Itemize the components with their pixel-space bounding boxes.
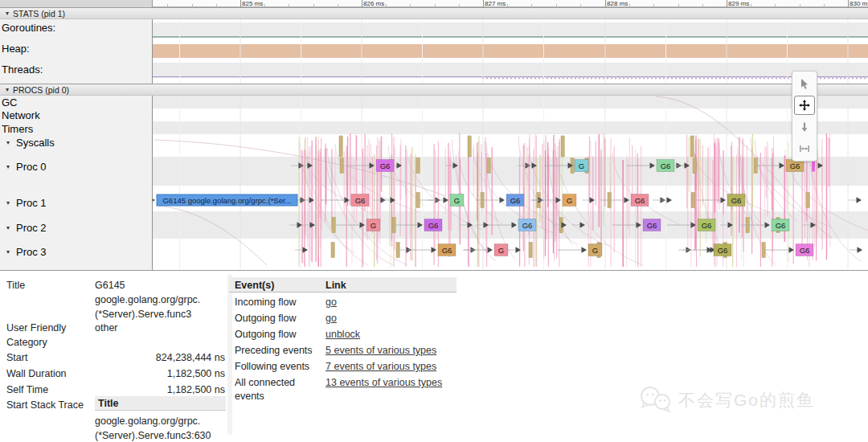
- collapse-triangle-icon[interactable]: ▾: [6, 249, 10, 256]
- event-link-cell: go: [326, 312, 337, 325]
- detail-field-value: 1,182,500 ns: [95, 366, 225, 381]
- collapse-triangle-icon[interactable]: ▾: [6, 140, 10, 146]
- panel-scrollbar[interactable]: [227, 274, 232, 435]
- svg-text:G6: G6: [380, 162, 391, 170]
- ruler-major-tick: [483, 0, 484, 7]
- track-row-network: Network: [2, 109, 40, 121]
- stack-trace-value: google.golang.org/grpc. (*Server).Serve.…: [95, 414, 225, 442]
- event-link-cell: 13 events of various types: [326, 376, 442, 390]
- flow-arrow-icon: [488, 247, 493, 253]
- flow-arrow-icon: [303, 247, 309, 253]
- svg-text:G6: G6: [731, 196, 742, 205]
- collapse-triangle-icon[interactable]: ▾: [6, 225, 10, 231]
- track-row-proc3[interactable]: ▾Proc 3: [6, 246, 47, 258]
- svg-text:G6: G6: [702, 221, 712, 230]
- event-link[interactable]: unblock: [326, 329, 360, 340]
- procs-section-header[interactable]: ▾ PROCS (pid 0): [0, 84, 868, 96]
- zoom-tool-button[interactable]: [794, 117, 815, 137]
- track-row-gc: GC: [2, 96, 18, 108]
- svg-text:G6: G6: [661, 162, 671, 170]
- track-row-timers: Timers: [2, 123, 33, 135]
- svg-text:G: G: [371, 221, 376, 230]
- track-row-label: Proc 0: [16, 161, 47, 173]
- pan-icon: [799, 100, 810, 111]
- collapse-triangle-icon[interactable]: ▾: [6, 87, 9, 93]
- stat-row-label: Threads:: [2, 63, 43, 76]
- ruler-label: 827 ms: [485, 0, 506, 7]
- track-row-proc2[interactable]: ▾Proc 2: [6, 222, 47, 234]
- ruler-corner: [0, 0, 153, 7]
- event-type-cell: Incoming flow: [235, 296, 320, 309]
- event-link-cell: go: [326, 296, 337, 309]
- wechat-chat-bubbles-icon: [639, 386, 673, 415]
- svg-text:G: G: [579, 162, 584, 170]
- detail-field-label: Wall Duration: [6, 366, 67, 381]
- svg-text:G: G: [592, 246, 598, 255]
- procs-label-column: GCNetworkTimers▾Syscalls▾Proc 0▾Proc 1▾P…: [0, 96, 153, 270]
- track-row-proc1[interactable]: ▾Proc 1: [6, 197, 47, 209]
- detail-field-value: 1,182,500 ns: [95, 383, 225, 397]
- flow-arrow-icon: [345, 197, 350, 203]
- track-row-label: Proc 3: [16, 246, 47, 258]
- detail-field-label: Title: [6, 278, 25, 293]
- stat-row-label: Goroutines:: [2, 22, 55, 34]
- stack-trace-label: Start Stack Trace: [6, 398, 84, 412]
- ruler-label: 825 ms: [242, 0, 263, 7]
- flow-arrow-icon: [153, 197, 155, 203]
- track-row-syscalls[interactable]: ▾Syscalls: [6, 137, 55, 149]
- flow-arrow-icon: [582, 247, 588, 253]
- events-column-header: Event(s): [235, 279, 320, 293]
- svg-text:G: G: [498, 246, 504, 255]
- detail-field-label: User Friendly Category: [6, 321, 66, 350]
- timing-range-icon: [799, 143, 810, 154]
- detail-field-value: 824,238,444 ns: [95, 350, 225, 365]
- track-row-label: Network: [2, 109, 40, 121]
- svg-text:G6: G6: [647, 221, 657, 230]
- event-type-cell: All connected events: [235, 376, 320, 403]
- event-link[interactable]: go: [326, 313, 337, 324]
- collapse-triangle-icon[interactable]: ▾: [6, 200, 10, 207]
- selection-details-panel: TitleG6145 google.golang.org/grpc. (*Ser…: [0, 270, 868, 442]
- selection-tool-button[interactable]: [794, 74, 815, 93]
- event-link[interactable]: go: [326, 297, 337, 308]
- event-link[interactable]: 5 events of various types: [326, 345, 436, 356]
- event-type-cell: Outgoing flow: [235, 328, 320, 342]
- svg-text:G: G: [454, 196, 460, 205]
- ruler-label: 826 ms: [363, 0, 384, 7]
- goroutines-counter-line: [153, 36, 868, 38]
- stat-row-heap: Heap:: [2, 43, 30, 55]
- svg-text:G6: G6: [790, 162, 800, 170]
- svg-text:G6: G6: [800, 246, 810, 255]
- tool-palette: [792, 71, 817, 162]
- stats-section-header[interactable]: ▾ STATS (pid 1): [0, 7, 868, 19]
- detail-field-label: Start: [6, 350, 27, 365]
- trace-canvas[interactable]: G6GG6G6G6GG6GG6G6GG6G6G6G6G6G6GGG6G6G614…: [153, 7, 868, 269]
- collapse-triangle-icon[interactable]: ▾: [6, 164, 10, 170]
- stats-section-title: STATS (pid 1): [13, 9, 65, 18]
- procs-section-title: PROCS (pid 0): [13, 85, 69, 95]
- timing-tool-button[interactable]: [794, 139, 815, 158]
- track-row-proc0[interactable]: ▾Proc 0: [6, 161, 47, 173]
- svg-text:G6: G6: [355, 196, 366, 205]
- svg-text:G6145 google.golang.org/grpc.(: G6145 google.golang.org/grpc.(*Ser...: [162, 196, 291, 205]
- ruler-label: 828 ms: [607, 0, 628, 7]
- threads-counter-line: [153, 76, 868, 77]
- pan-tool-button[interactable]: [794, 96, 815, 115]
- stats-label-column: Goroutines:Heap:Threads:: [0, 19, 153, 84]
- ruler-major-tick: [362, 0, 362, 7]
- svg-text:G6: G6: [776, 221, 786, 230]
- track-row-label: Proc 1: [16, 197, 47, 209]
- detail-field-value: G6145 google.golang.org/grpc. (*Server).…: [95, 278, 225, 321]
- event-link[interactable]: 7 events of various types: [326, 361, 436, 372]
- track-row-label: Timers: [2, 123, 33, 135]
- svg-text:G6: G6: [442, 246, 452, 255]
- ruler-major-tick: [240, 0, 241, 7]
- event-link-cell: 7 events of various types: [326, 360, 436, 374]
- svg-text:G6: G6: [428, 221, 439, 230]
- stack-trace-table-header: Title: [95, 396, 226, 411]
- track-row-label: Proc 2: [16, 222, 47, 234]
- event-link[interactable]: 13 events of various types: [326, 377, 442, 388]
- flow-arrow-icon: [858, 247, 863, 253]
- watermark-text: 不会写Go的煎鱼: [678, 389, 815, 411]
- collapse-triangle-icon[interactable]: ▾: [6, 10, 9, 17]
